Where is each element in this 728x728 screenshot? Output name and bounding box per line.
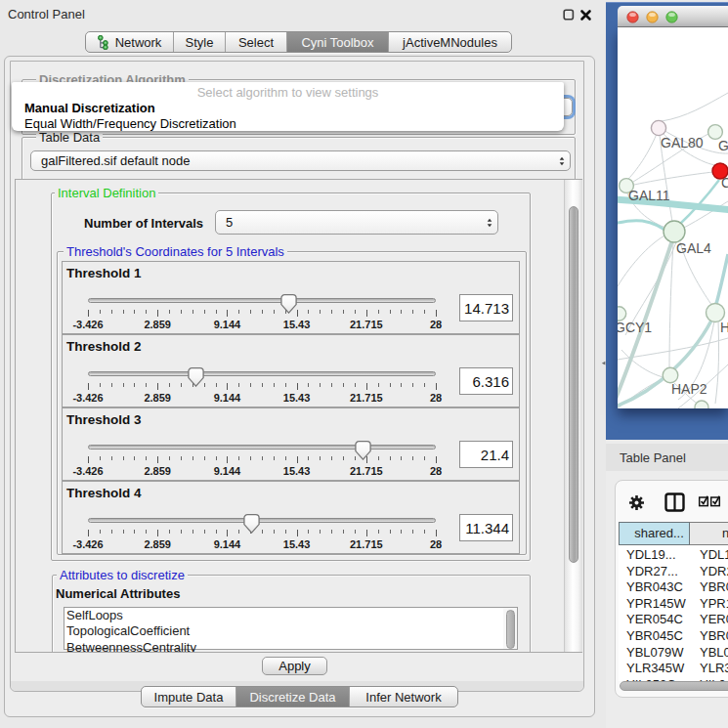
svg-text:H: H [720,320,728,335]
svg-text:GAL11: GAL11 [628,188,670,203]
svg-text:GAL4: GAL4 [676,240,711,256]
svg-text:HAP2: HAP2 [671,381,707,397]
svg-text:C: C [721,175,728,191]
svg-text:GAL80: GAL80 [661,135,704,150]
svg-text:GCY1: GCY1 [618,320,652,335]
svg-text:G.: G. [718,138,728,153]
